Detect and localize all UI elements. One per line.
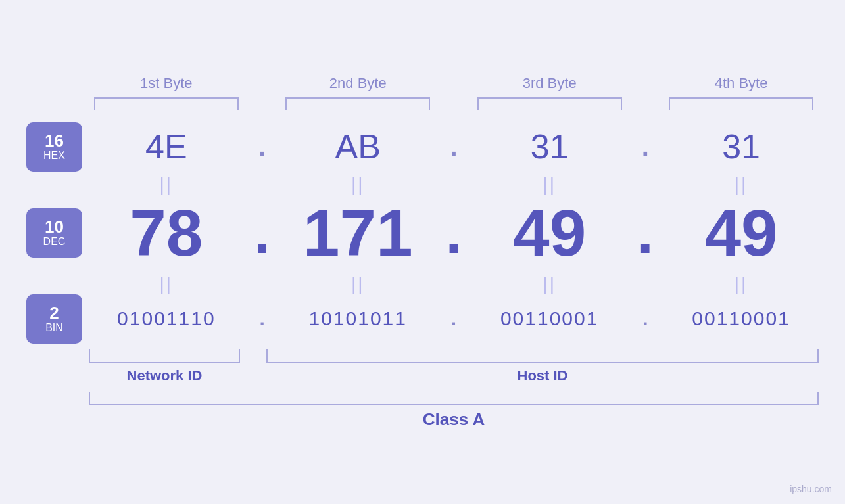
- byte-header-4: 4th Byte: [669, 75, 813, 92]
- hex-base-number: 16: [45, 131, 64, 150]
- hex-value-2: AB: [285, 127, 430, 166]
- bin-value-1: 01001110: [94, 308, 239, 330]
- dec-value-4: 49: [669, 195, 813, 271]
- hex-base-label: HEX: [43, 150, 65, 162]
- equals-2-4: ||: [669, 273, 813, 294]
- bin-base-number: 2: [49, 304, 59, 323]
- equals-1-4: ||: [669, 174, 813, 195]
- dec-badge: 10 DEC: [26, 208, 82, 258]
- equals-2-3: ||: [477, 273, 622, 294]
- dot-bin-3: .: [632, 308, 658, 330]
- hex-value-4: 31: [669, 127, 813, 166]
- class-section: Class A: [89, 392, 819, 430]
- dec-value-2: 171: [285, 195, 430, 271]
- bin-value-4: 00110001: [669, 308, 813, 330]
- host-id-label: Host ID: [266, 367, 819, 384]
- dot-hex-3: .: [632, 132, 658, 162]
- dec-base-number: 10: [45, 218, 64, 237]
- byte-header-3: 3rd Byte: [477, 75, 622, 92]
- dec-value-1: 78: [94, 195, 239, 271]
- top-bracket-4: [669, 97, 813, 110]
- hex-badge: 16 HEX: [26, 122, 82, 172]
- dec-base-label: DEC: [43, 236, 66, 248]
- bin-value-3: 00110001: [477, 308, 622, 330]
- equals-1-2: ||: [285, 174, 430, 195]
- network-id-section: Network ID: [89, 349, 240, 384]
- dot-hex-1: .: [249, 132, 276, 162]
- dot-dec-3: .: [632, 203, 658, 262]
- bin-base-label: BIN: [45, 322, 63, 334]
- byte-header-1: 1st Byte: [94, 75, 239, 92]
- top-bracket-1: [94, 97, 239, 110]
- equals-2-2: ||: [285, 273, 430, 294]
- host-id-bracket: [266, 349, 819, 363]
- dec-value-3: 49: [477, 195, 622, 271]
- network-id-bracket: [89, 349, 240, 363]
- equals-1-1: ||: [94, 174, 239, 195]
- dot-dec-2: .: [441, 203, 467, 262]
- host-id-section: Host ID: [266, 349, 819, 384]
- watermark: ipshu.com: [790, 484, 832, 494]
- hex-value-3: 31: [477, 127, 622, 166]
- dot-hex-2: .: [441, 132, 467, 162]
- bin-badge: 2 BIN: [26, 294, 82, 344]
- top-bracket-2: [285, 97, 430, 110]
- class-label: Class A: [423, 409, 485, 430]
- network-id-label: Network ID: [89, 367, 240, 384]
- byte-header-2: 2nd Byte: [285, 75, 430, 92]
- dot-dec-1: .: [249, 203, 276, 262]
- top-bracket-3: [477, 97, 622, 110]
- dot-bin-2: .: [441, 308, 467, 330]
- main-container: 1st Byte 2nd Byte 3rd Byte 4th Byte 16 H…: [0, 0, 845, 504]
- hex-value-1: 4E: [94, 127, 239, 166]
- class-bracket: [89, 392, 819, 405]
- dot-bin-1: .: [249, 308, 276, 330]
- equals-1-3: ||: [477, 174, 622, 195]
- bin-value-2: 10101011: [285, 308, 430, 330]
- equals-2-1: ||: [94, 273, 239, 294]
